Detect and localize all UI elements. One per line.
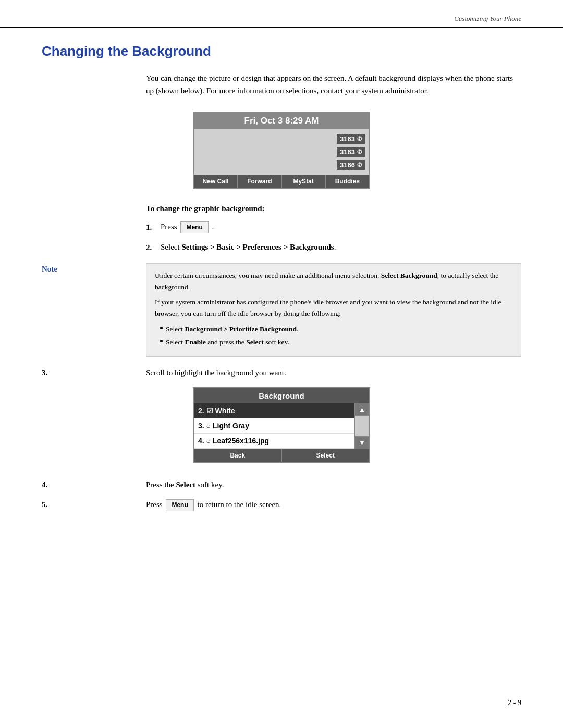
bullet-dot-2 bbox=[160, 340, 163, 342]
softkey-newcall: New Call bbox=[194, 175, 238, 188]
step-5: 5. Press Menu to return to the idle scre… bbox=[42, 498, 521, 511]
bg-row-3: 4. ○ Leaf256x116.jpg bbox=[194, 434, 354, 449]
note-bullet-list: Select Background > Prioritize Backgroun… bbox=[155, 324, 512, 348]
step-2-bold: Settings > Basic > Preferences > Backgro… bbox=[181, 243, 334, 251]
step-2-number: 2. bbox=[146, 241, 161, 254]
step-3-container: 3. Scroll to highlight the background yo… bbox=[42, 366, 521, 379]
softkey-mystat: MyStat bbox=[282, 175, 326, 188]
note-bold-1: Select Background bbox=[381, 272, 437, 279]
bg-softkeys: Back Select bbox=[194, 449, 369, 462]
phone-screen-header: Fri, Oct 3 8:29 AM bbox=[194, 113, 369, 129]
step-2-content: Select Settings > Basic > Preferences > … bbox=[161, 241, 521, 253]
note-label: Note bbox=[42, 263, 146, 357]
bg-rows-main: 2. ☑ White 3. ○ Light Gray 4. ○ Leaf256x… bbox=[194, 403, 354, 449]
phone-number-3: 3166 ✆ bbox=[337, 160, 365, 170]
content-area: Changing the Background You can change t… bbox=[0, 43, 563, 511]
step-4: 4. Press the Select soft key. bbox=[42, 478, 521, 491]
step-4-content: Press the Select soft key. bbox=[146, 478, 521, 491]
phone-number-1: 3163 ✆ bbox=[337, 134, 365, 144]
bg-row-3-radio: ○ bbox=[206, 437, 213, 445]
bg-row-3-index: 4. bbox=[198, 437, 206, 445]
bg-row-1-label: White bbox=[215, 406, 235, 415]
step-2: 2. Select Settings > Basic > Preferences… bbox=[146, 241, 521, 254]
step-5-content: Press Menu to return to the idle screen. bbox=[146, 498, 521, 511]
page-footer: 2 - 9 bbox=[508, 699, 521, 707]
note-bullet-1: Select Background > Prioritize Backgroun… bbox=[160, 324, 512, 335]
scroll-up-arrow[interactable]: ▲ bbox=[355, 403, 369, 415]
phone-icon-2: ✆ bbox=[357, 149, 362, 155]
phone-number-3-value: 3166 bbox=[340, 161, 355, 169]
note-bullet-2-bold2: Select bbox=[246, 338, 264, 346]
note-paragraph-2: If your system administrator has configu… bbox=[155, 297, 512, 319]
step-3: 3. Scroll to highlight the background yo… bbox=[42, 366, 521, 379]
step-3-content: Scroll to highlight the background you w… bbox=[146, 366, 521, 379]
menu-key-1: Menu bbox=[180, 221, 208, 233]
note-bullet-2-bold1: Enable bbox=[185, 338, 206, 346]
bg-row-2-radio: ○ bbox=[206, 422, 213, 430]
step-4-number: 4. bbox=[42, 478, 146, 491]
scroll-sidebar: ▲ ▼ bbox=[354, 403, 369, 449]
bg-rows-wrapper: 2. ☑ White 3. ○ Light Gray 4. ○ Leaf256x… bbox=[194, 403, 369, 449]
phone-number-1-value: 3163 bbox=[340, 135, 355, 143]
background-screen-container: Background 2. ☑ White 3. ○ Light Gray 4. bbox=[42, 387, 521, 463]
step-3-number: 3. bbox=[42, 366, 146, 379]
bg-row-3-label: Leaf256x116.jpg bbox=[213, 437, 269, 445]
step-1-number: 1. bbox=[146, 220, 161, 233]
section-title: Changing the Background bbox=[42, 43, 521, 59]
bullet-dot-1 bbox=[160, 327, 163, 329]
softkey-buddies: Buddies bbox=[326, 175, 369, 188]
phone-screen-body: 3163 ✆ 3163 ✆ 3166 ✆ bbox=[194, 129, 369, 175]
phone-screen: Fri, Oct 3 8:29 AM 3163 ✆ 3163 ✆ bbox=[193, 112, 370, 189]
phone-line-2: 3163 ✆ bbox=[194, 145, 369, 158]
phone-screen-container: Fri, Oct 3 8:29 AM 3163 ✆ 3163 ✆ bbox=[42, 112, 521, 189]
page-number: 2 - 9 bbox=[508, 699, 521, 707]
phone-icon-1: ✆ bbox=[357, 135, 362, 142]
bg-row-2-label: Light Gray bbox=[213, 422, 249, 430]
bg-screen-header: Background bbox=[194, 388, 369, 403]
bg-row-2-index: 3. bbox=[198, 422, 206, 430]
note-box: Under certain circumstances, you may nee… bbox=[146, 263, 521, 357]
softkey-forward: Forward bbox=[238, 175, 282, 188]
page-header: Customizing Your Phone bbox=[0, 0, 563, 28]
phone-softkeys: New Call Forward MyStat Buddies bbox=[194, 175, 369, 188]
intro-text: You can change the picture or design tha… bbox=[146, 72, 521, 97]
note-bullet-2: Select Enable and press the Select soft … bbox=[160, 337, 512, 348]
bg-row-2: 3. ○ Light Gray bbox=[194, 418, 354, 434]
background-screen: Background 2. ☑ White 3. ○ Light Gray 4. bbox=[193, 387, 370, 463]
bg-softkey-back[interactable]: Back bbox=[194, 449, 282, 462]
step-1: 1. Press Menu . bbox=[146, 220, 521, 233]
menu-key-2: Menu bbox=[166, 499, 193, 511]
phone-number-2-value: 3163 bbox=[340, 148, 355, 156]
note-container: Note Under certain circumstances, you ma… bbox=[42, 263, 521, 357]
bg-softkey-select[interactable]: Select bbox=[282, 449, 370, 462]
phone-icon-3: ✆ bbox=[357, 162, 362, 168]
note-paragraph-1: Under certain circumstances, you may nee… bbox=[155, 270, 512, 292]
step-5-number: 5. bbox=[42, 498, 146, 511]
chapter-title: Customizing Your Phone bbox=[454, 15, 521, 23]
bg-row-1: 2. ☑ White bbox=[194, 403, 354, 418]
step-4-container: 4. Press the Select soft key. 5. Press M… bbox=[42, 478, 521, 511]
phone-line-3: 3166 ✆ bbox=[194, 158, 369, 171]
step-1-content: Press Menu . bbox=[161, 220, 521, 233]
bg-row-1-check: ☑ bbox=[206, 406, 215, 415]
phone-line-1: 3163 ✆ bbox=[194, 132, 369, 145]
bg-row-1-index: 2. bbox=[198, 406, 206, 415]
steps-area: To change the graphic background: 1. Pre… bbox=[146, 204, 521, 254]
step-heading: To change the graphic background: bbox=[146, 204, 521, 213]
note-bullet-1-bold: Background > Prioritize Background bbox=[185, 325, 297, 333]
phone-number-2: 3163 ✆ bbox=[337, 147, 365, 157]
step-4-bold: Select bbox=[176, 480, 195, 489]
scroll-down-arrow[interactable]: ▼ bbox=[355, 437, 369, 449]
